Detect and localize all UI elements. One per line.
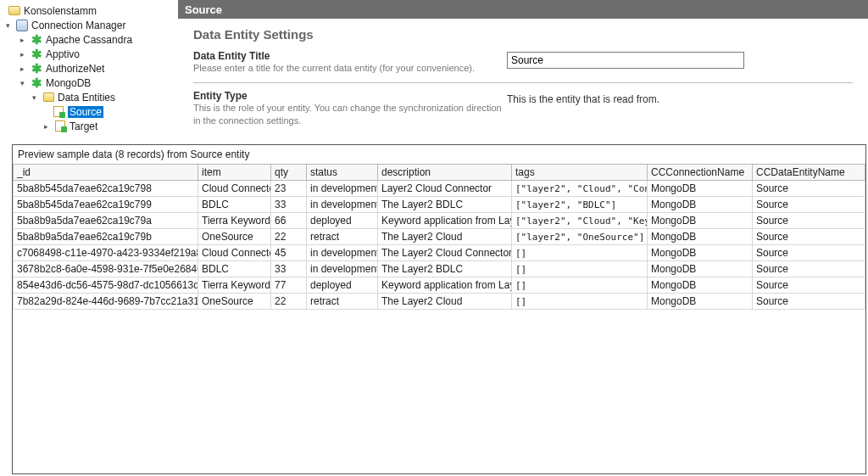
tree-connection-manager[interactable]: ▾ Connection Manager xyxy=(2,18,176,32)
tree-item-label: Apache Cassandra xyxy=(46,34,132,46)
column-header[interactable]: status xyxy=(307,165,378,181)
cell-description: Keyword application from Layer2 xyxy=(378,277,512,294)
cell-item: Cloud Connector xyxy=(198,181,271,197)
cell-_id: 5ba8b9a5da7eae62ca19c79a xyxy=(14,213,198,229)
cell-tags: ["layer2", "Cloud", "Connector"] xyxy=(512,181,648,197)
cell-de: Source xyxy=(753,181,865,197)
tree-source-label: Source xyxy=(68,106,103,118)
table-row[interactable]: 7b82a29d-824e-446d-9689-7b7cc21a31c3OneS… xyxy=(14,294,865,310)
chevron-right-icon[interactable]: ▸ xyxy=(42,121,51,131)
tree-item-label: AuthorizeNet xyxy=(46,63,104,75)
table-row[interactable]: 5ba8b9a5da7eae62ca19c79bOneSource22retra… xyxy=(14,229,865,245)
cell-cc: MongoDB xyxy=(648,294,753,310)
column-header[interactable]: _id xyxy=(14,165,198,181)
tree-item-label: MongoDB xyxy=(46,77,91,89)
cell-cc: MongoDB xyxy=(648,261,753,277)
entity-title-input[interactable] xyxy=(507,52,744,69)
cell-description: Keyword application from Layer2 xyxy=(378,213,512,229)
cell-description: The Layer2 Cloud xyxy=(378,229,512,245)
tree-root[interactable]: Konsolenstamm xyxy=(2,3,176,18)
cell-cc: MongoDB xyxy=(648,229,753,245)
cell-tags: [] xyxy=(512,261,648,277)
cell-tags: [] xyxy=(512,245,648,261)
cell-de: Source xyxy=(753,245,865,261)
cell-_id: 5ba8b9a5da7eae62ca19c79b xyxy=(14,229,198,245)
cell-qty: 22 xyxy=(271,294,307,310)
cell-description: The Layer2 Cloud xyxy=(378,294,512,310)
cell-cc: MongoDB xyxy=(648,277,753,294)
cell-qty: 77 xyxy=(271,277,307,294)
cell-item: Cloud Connector xyxy=(198,245,271,261)
cell-tags: ["layer2", "BDLC"] xyxy=(512,197,648,213)
preview-panel: Preview sample data (8 records) from Sou… xyxy=(12,144,866,474)
column-header[interactable]: tags xyxy=(512,165,648,181)
entities-folder-icon xyxy=(42,91,55,104)
chevron-down-icon[interactable]: ▾ xyxy=(18,78,27,87)
table-row[interactable]: 5ba8b545da7eae62ca19c798Cloud Connector2… xyxy=(14,181,865,197)
tree-target-entity[interactable]: ▸ Target xyxy=(2,119,176,133)
table-row[interactable]: 5ba8b545da7eae62ca19c799BDLC33in develop… xyxy=(14,197,865,213)
cell-de: Source xyxy=(753,229,865,245)
cell-item: OneSource xyxy=(198,294,271,310)
table-row[interactable]: 3678b2c8-6a0e-4598-931e-7f5e0e26840bBDLC… xyxy=(14,261,865,277)
cell-_id: 7b82a29d-824e-446d-9689-7b7cc21a31c3 xyxy=(14,294,198,310)
cell-qty: 23 xyxy=(271,181,307,197)
cell-_id: 854e43d6-dc56-4575-98d7-dc1056613d6c xyxy=(14,277,198,294)
tree-conn-cassandra[interactable]: ▸ ✱ Apache Cassandra xyxy=(2,32,176,47)
manager-icon xyxy=(15,19,29,32)
cell-tags: ["layer2", "OneSource"] xyxy=(512,229,648,245)
cell-_id: 3678b2c8-6a0e-4598-931e-7f5e0e26840b xyxy=(14,261,198,277)
cell-cc: MongoDB xyxy=(648,213,753,229)
tree-de-label: Data Entities xyxy=(58,92,115,104)
table-row[interactable]: 5ba8b9a5da7eae62ca19c79aTierra Keyword66… xyxy=(14,213,865,229)
panel-title-bar: Source xyxy=(178,0,868,19)
cell-description: Layer2 Cloud Connector xyxy=(378,181,512,197)
entity-type-value: This is the entity that is read from. xyxy=(507,92,853,105)
preview-grid: _iditemqtystatusdescriptiontagsCCConnect… xyxy=(13,164,865,310)
cell-qty: 66 xyxy=(271,213,307,229)
entity-title-label: Data Entity Title xyxy=(193,50,507,62)
column-header[interactable]: CCConnectionName xyxy=(648,165,753,181)
cell-de: Source xyxy=(753,261,865,277)
tree-data-entities[interactable]: ▾ Data Entities xyxy=(2,90,176,104)
connection-icon: ✱ xyxy=(30,33,43,47)
cell-_id: 5ba8b545da7eae62ca19c798 xyxy=(14,181,198,197)
chevron-right-icon[interactable]: ▸ xyxy=(18,49,27,59)
chevron-right-icon[interactable]: ▸ xyxy=(18,35,27,44)
target-entity-icon xyxy=(53,120,67,133)
cell-description: The Layer2 BDLC xyxy=(378,197,512,213)
column-header[interactable]: description xyxy=(378,165,512,181)
column-header[interactable]: CCDataEntityName xyxy=(753,165,865,181)
cell-item: BDLC xyxy=(198,261,271,277)
tree-root-label: Konsolenstamm xyxy=(24,5,97,17)
tree-source-entity[interactable]: Source xyxy=(2,104,176,119)
cell-cc: MongoDB xyxy=(648,245,753,261)
cell-status: deployed xyxy=(307,277,378,294)
table-row[interactable]: c7068498-c11e-4970-a423-9334ef219a86Clou… xyxy=(14,245,865,261)
entity-type-help: This is the role of your entity. You can… xyxy=(193,102,507,126)
cell-_id: 5ba8b545da7eae62ca19c799 xyxy=(14,197,198,213)
cell-item: Tierra Keyword xyxy=(198,277,271,294)
panel-title: Source xyxy=(185,3,222,16)
column-header[interactable]: qty xyxy=(271,165,307,181)
cell-cc: MongoDB xyxy=(648,181,753,197)
entity-type-label: Entity Type xyxy=(193,90,507,102)
cell-description: The Layer2 Cloud Connector xyxy=(378,245,512,261)
chevron-down-icon[interactable]: ▾ xyxy=(3,20,13,30)
cell-status: deployed xyxy=(307,213,378,229)
cell-qty: 33 xyxy=(271,261,307,277)
cell-status: in development xyxy=(307,197,378,213)
tree-conn-apptivo[interactable]: ▸ ✱ Apptivo xyxy=(2,47,176,61)
column-header[interactable]: item xyxy=(198,165,271,181)
cell-de: Source xyxy=(753,294,865,310)
chevron-down-icon[interactable]: ▾ xyxy=(30,92,39,102)
cell-tags: ["layer2", "Cloud", "Keyword"] xyxy=(512,213,648,229)
table-row[interactable]: 854e43d6-dc56-4575-98d7-dc1056613d6cTier… xyxy=(14,277,865,294)
chevron-right-icon[interactable]: ▸ xyxy=(18,64,27,73)
divider xyxy=(193,82,853,83)
cell-description: The Layer2 BDLC xyxy=(378,261,512,277)
cell-status: in development xyxy=(307,245,378,261)
tree-conn-authorizenet[interactable]: ▸ ✱ AuthorizeNet xyxy=(2,61,176,76)
tree-conn-mongodb[interactable]: ▾ ✱ MongoDB xyxy=(2,76,176,90)
cell-status: in development xyxy=(307,181,378,197)
